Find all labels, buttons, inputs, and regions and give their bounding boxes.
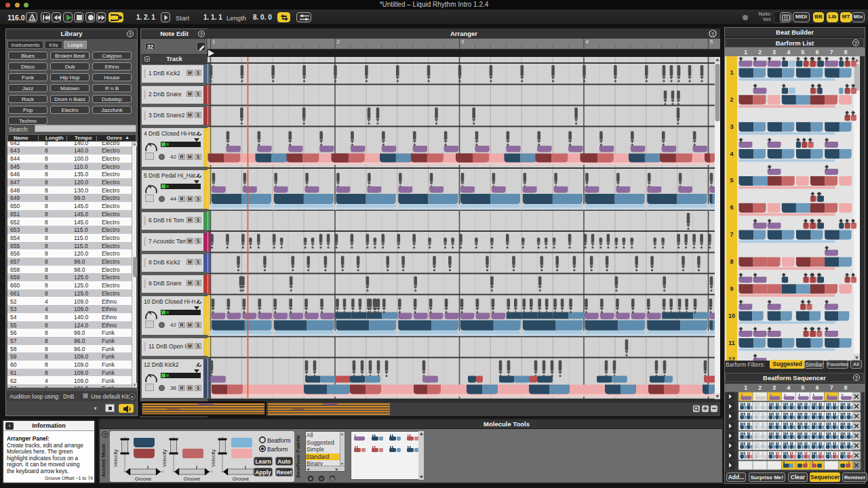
svg-text:1: 1 xyxy=(212,39,215,45)
svg-text:6: 6 xyxy=(816,49,819,56)
svg-text:2: 2 xyxy=(758,384,762,391)
svg-text:7: 7 xyxy=(830,49,833,56)
svg-text:4: 4 xyxy=(787,49,790,56)
svg-text:Groove: Groove xyxy=(184,476,201,482)
svg-text:4: 4 xyxy=(586,39,589,45)
svg-text:7: 7 xyxy=(830,384,833,391)
svg-text:6: 6 xyxy=(816,384,819,391)
svg-text:3: 3 xyxy=(772,384,776,391)
svg-text:6: 6 xyxy=(730,204,733,211)
svg-text:11: 11 xyxy=(728,340,735,346)
svg-text:1: 1 xyxy=(730,69,733,76)
svg-text:2: 2 xyxy=(337,39,340,45)
svg-text:3: 3 xyxy=(730,123,733,130)
svg-text:Velocity: Velocity xyxy=(210,449,216,467)
svg-text:2: 2 xyxy=(758,49,762,56)
svg-text:5: 5 xyxy=(802,384,805,391)
svg-text:3: 3 xyxy=(461,39,464,45)
svg-text:1: 1 xyxy=(744,384,747,391)
svg-text:Groove: Groove xyxy=(135,476,152,482)
svg-text:1: 1 xyxy=(744,49,747,56)
svg-text:Beatform: Beatform xyxy=(267,437,291,444)
svg-text:5: 5 xyxy=(802,49,805,56)
svg-text:8: 8 xyxy=(844,49,848,56)
svg-text:8: 8 xyxy=(730,258,733,265)
svg-text:2: 2 xyxy=(730,96,733,103)
svg-text:Groove: Groove xyxy=(233,476,250,482)
svg-text:Velocity: Velocity xyxy=(113,449,119,467)
svg-text:9: 9 xyxy=(730,285,733,292)
svg-text:7: 7 xyxy=(730,231,733,238)
svg-text:?: ? xyxy=(711,31,715,37)
svg-text:Arranger: Arranger xyxy=(450,30,477,37)
svg-text:Velocity: Velocity xyxy=(161,449,167,467)
svg-text:4: 4 xyxy=(787,384,790,391)
svg-text:5: 5 xyxy=(710,39,713,45)
svg-text:4: 4 xyxy=(730,150,733,157)
svg-text:8: 8 xyxy=(844,384,848,391)
svg-text:5: 5 xyxy=(730,177,733,184)
svg-text:10: 10 xyxy=(728,312,735,319)
svg-text:Barform: Barform xyxy=(267,446,288,453)
svg-text:12: 12 xyxy=(728,356,735,361)
svg-text:3: 3 xyxy=(772,49,776,56)
